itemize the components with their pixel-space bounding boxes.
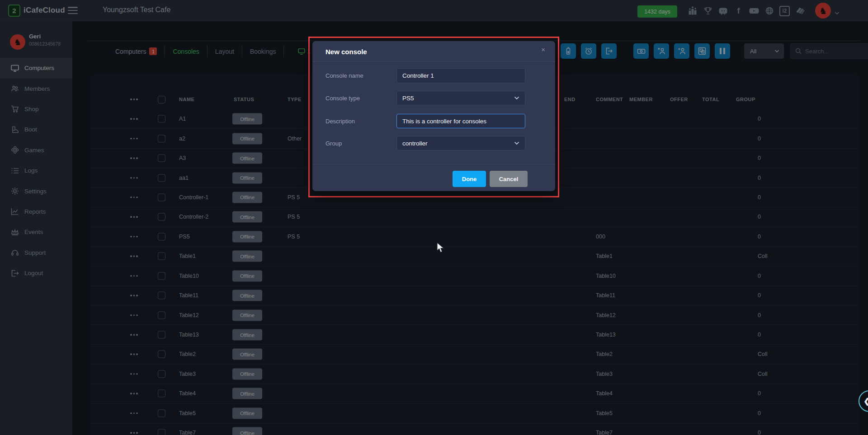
done-button[interactable]: Done — [453, 171, 486, 187]
group-select[interactable]: controller — [396, 136, 525, 150]
new-console-modal: New console × Console name Console type … — [312, 41, 555, 191]
description-input[interactable] — [396, 114, 525, 128]
console-name-input[interactable] — [396, 68, 525, 83]
cancel-button[interactable]: Cancel — [490, 171, 528, 187]
close-icon[interactable]: × — [541, 46, 545, 53]
app-root: 2 iCafeCloud Youngzsoft Test Cafe 1432 d… — [0, 0, 868, 435]
modal-title: New console — [326, 48, 367, 56]
chevron-down-icon — [514, 141, 519, 145]
console-type-select[interactable]: PS5 — [396, 91, 525, 105]
group-label: Group — [326, 140, 342, 147]
description-label: Description — [326, 118, 355, 125]
chevron-left-icon: ❮ — [863, 397, 868, 406]
mouse-cursor — [436, 242, 445, 256]
console-type-label: Console type — [326, 95, 360, 102]
chevron-down-icon — [514, 96, 519, 100]
console-name-label: Console name — [326, 72, 363, 79]
